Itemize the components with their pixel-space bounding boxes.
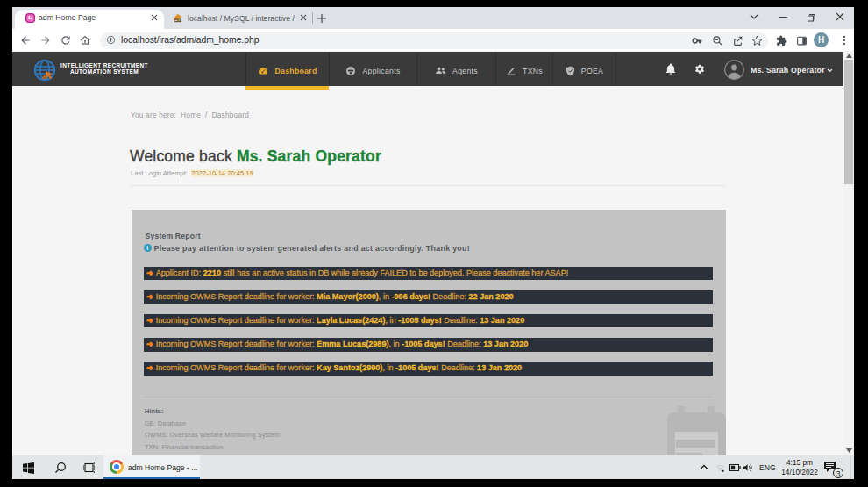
svg-text:PMA: PMA	[174, 18, 181, 22]
